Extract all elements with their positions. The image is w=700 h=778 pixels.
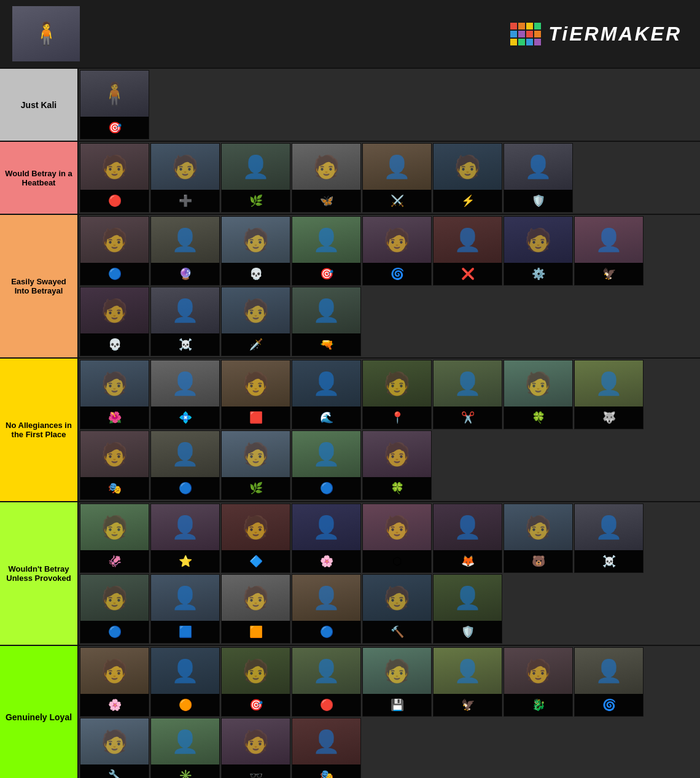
op-card: 👤⭐ [150,504,220,573]
op-card: 👤🎯 [292,216,361,286]
tier-cards-just-kali: 🧍 🎯 [79,69,700,141]
op-card: 🧑🔵 [80,574,149,644]
op-card: 👤🌿 [221,143,290,212]
op-card: 👤🌊 [292,360,361,429]
tier-wouldnt: Wouldn't Betray Unless Provoked 🧑🦑 👤⭐ 🧑🔷… [0,502,700,646]
op-card: 👤🟠 [150,647,220,717]
op-card: 👤🦅 [433,647,502,717]
op-card: 👤☠️ [150,287,220,356]
op-card: 🧑📍 [362,360,432,429]
op-card: 👤✳️ [150,718,220,778]
tier-label-just-kali: Just Kali [0,69,79,141]
tier-label-wouldnt: Wouldn't Betray Unless Provoked [0,502,79,645]
tier-label-heatbeat: Would Betray in a Heatbeat [0,142,79,214]
op-card: 👤❌ [433,216,502,286]
tiermaker-logo: TiERMAKER [510,23,682,45]
op-card: 🧑🟥 [221,360,290,429]
op-card: 🧍 🎯 [80,70,149,139]
op-card: 👤🔵 [292,574,361,644]
op-card: 🧑🔧 [80,718,149,778]
op-card: 🧑💀 [221,216,290,286]
op-card: 👤🎭 [292,718,361,778]
header-left-label: 🧍 [12,6,80,61]
op-card: 👤🌸 [292,504,361,573]
op-card: 🧑🍀 [504,360,573,429]
tier-cards-genuine: 🧑🌸 👤🟠 🧑🎯 👤🔴 🧑💾 👤🦅 🧑🐉 👤🌀 🧑🔧 👤✳️ 🧑🕶️ 👤🎭 [79,646,700,778]
op-card: 🧑🕶️ [221,718,290,778]
op-card: 👤🔵 [292,430,361,500]
op-card: 👤☠️ [574,504,644,573]
op-card: 🧑🦋 [292,143,361,212]
op-card: 🧑🌸 [80,647,149,717]
op-card: 👤🔵 [150,430,220,500]
op-card: 👤🔫 [292,287,361,356]
op-card: 🧑🌿 [221,430,290,500]
tier-label-easily: Easily Swayed Into Betrayal [0,215,79,357]
op-card: 👤🛡️ [504,143,573,212]
op-card: 🧑🔴 [80,143,149,212]
op-card: 👤🐺 [574,360,644,429]
op-card: 🧑⚡ [433,143,502,212]
op-card: 🧑⬡ [362,504,432,573]
op-card: 🧑➕ [150,143,220,212]
tier-cards-no-allegiance: 🧑🌺 👤💠 🧑🟥 👤🌊 🧑📍 👤✂️ 🧑🍀 👤🐺 🧑🎭 👤🔵 🧑🌿 👤🔵 🧑🍀 [79,359,700,501]
op-card: 🧑🔵 [80,216,149,286]
op-card: 🧑🐉 [504,647,573,717]
op-card: 🧑🦑 [80,504,149,573]
logo-grid [510,23,541,45]
op-card: 🧑🔨 [362,574,432,644]
op-card: 🧑💾 [362,647,432,717]
tier-just-kali: Just Kali 🧍 🎯 [0,69,700,142]
tier-label-genuine: Genuinely Loyal [0,646,79,778]
logo-text: TiERMAKER [548,23,682,45]
op-card: 🧑💀 [80,287,149,356]
tier-no-allegiance: No Allegiances in the First Place 🧑🌺 👤💠 … [0,359,700,502]
tier-easily: Easily Swayed Into Betrayal 🧑🔵 👤🔮 🧑💀 👤🎯 … [0,215,700,359]
tier-heatbeat: Would Betray in a Heatbeat 🧑🔴 🧑➕ 👤🌿 🧑🦋 👤… [0,142,700,215]
tier-cards-heatbeat: 🧑🔴 🧑➕ 👤🌿 🧑🦋 👤⚔️ 🧑⚡ 👤🛡️ [79,142,700,214]
op-card: 🧑🎭 [80,430,149,500]
op-card: 👤🛡️ [433,574,502,644]
op-card: 🧑🔷 [221,504,290,573]
op-card: 👤🔮 [150,216,220,286]
op-card: 👤🟦 [150,574,220,644]
op-card: 🧑🗡️ [221,287,290,356]
tier-genuine: Genuinely Loyal 🧑🌸 👤🟠 🧑🎯 👤🔴 🧑💾 👤🦅 🧑🐉 👤🌀 … [0,646,700,778]
op-card: 🧑🍀 [362,430,432,500]
op-card: 👤🦅 [574,216,644,286]
op-card: 🧑🐻 [504,504,573,573]
op-card: 👤🌀 [574,647,644,717]
op-card: 🧑🎯 [221,647,290,717]
op-card: 👤💠 [150,360,220,429]
op-card: 🧑🟧 [221,574,290,644]
op-card: 🧑🌀 [362,216,432,286]
op-card: 🧑🌺 [80,360,149,429]
op-card: 👤🦊 [433,504,502,573]
op-card: 🧑⚙️ [504,216,573,286]
op-card: 👤🔴 [292,647,361,717]
op-card: 👤⚔️ [362,143,432,212]
tier-label-no-allegiance: No Allegiances in the First Place [0,359,79,501]
op-card: 👤✂️ [433,360,502,429]
tier-cards-easily: 🧑🔵 👤🔮 🧑💀 👤🎯 🧑🌀 👤❌ 🧑⚙️ 👤🦅 🧑💀 👤☠️ 🧑🗡️ 👤🔫 [79,215,700,357]
tier-cards-wouldnt: 🧑🦑 👤⭐ 🧑🔷 👤🌸 🧑⬡ 👤🦊 🧑🐻 👤☠️ 🧑🔵 👤🟦 🧑🟧 👤🔵 🧑🔨 … [79,502,700,645]
